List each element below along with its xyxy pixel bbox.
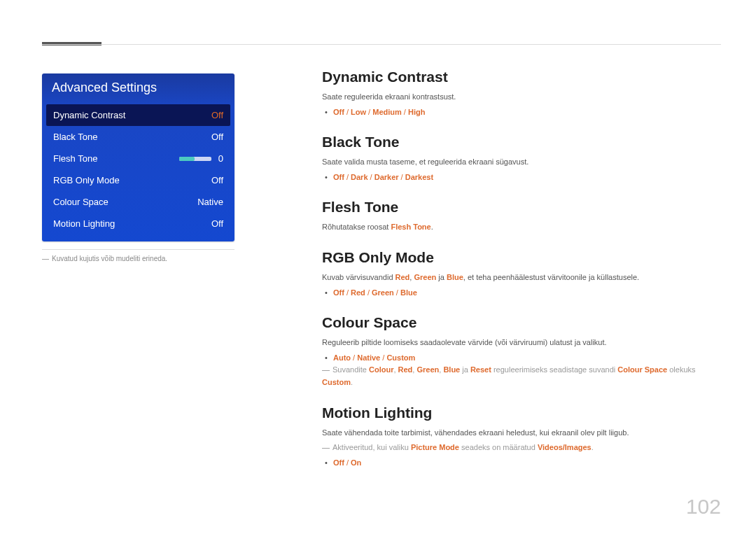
options-colour-space: Auto / Native / Custom — [322, 352, 721, 365]
cs-n4: . — [351, 378, 353, 386]
menu-item-value: Off — [211, 218, 223, 229]
note-dash-icon: ― — [322, 365, 330, 374]
rgb-suffix: , et teha peenhäälestust värvitoonile ja… — [463, 273, 639, 281]
menu-item-label: Colour Space — [53, 197, 197, 207]
cs-n3: olekuks — [667, 365, 695, 374]
section-black-tone: Black Tone Saate valida musta taseme, et… — [322, 134, 721, 183]
header-rule — [42, 44, 721, 45]
menu-item-label: RGB Only Mode — [53, 175, 211, 185]
ml-n1: Aktiveeritud, kui valiku — [332, 443, 411, 451]
menu-item-label: Dynamic Contrast — [53, 110, 211, 120]
menu-item-value: Off — [211, 132, 223, 142]
menu-item-label: Motion Lighting — [53, 218, 211, 229]
heading-motion-lighting: Motion Lighting — [322, 405, 721, 421]
rgb-blue: Blue — [447, 273, 463, 281]
section-rgb-only: RGB Only Mode Kuvab värvisuvandid Red, G… — [322, 249, 721, 299]
cs-n1: Suvandite — [332, 365, 369, 374]
menu-item-value: Off — [211, 175, 223, 185]
desc-motion-lighting: Saate vähendada toite tarbimist, vähenda… — [322, 427, 721, 440]
ml-pm: Picture Mode — [411, 443, 459, 451]
rgb-prefix: Kuvab värvisuvandid — [322, 273, 396, 281]
menu-item-dynamic-contrast[interactable]: Dynamic ContrastOff — [46, 104, 230, 126]
heading-flesh-tone: Flesh Tone — [322, 199, 721, 216]
panel-title: Advanced Settings — [42, 73, 234, 102]
menu-item-motion-lighting[interactable]: Motion LightingOff — [46, 213, 230, 234]
cs-green: Green — [416, 365, 439, 374]
cs-blue: Blue — [443, 365, 460, 374]
options-rgb-only: Off / Red / Green / Blue — [322, 287, 721, 300]
rgb-ja: ja — [436, 273, 447, 281]
cs-ja: ja — [460, 365, 470, 374]
note-motion-lighting: ―Aktiveeritud, kui valiku Picture Mode s… — [322, 442, 721, 454]
flesh-tone-prefix: Rõhutatakse roosat — [322, 223, 391, 231]
note-dash-icon: ― — [42, 255, 49, 262]
menu-item-value: Native — [197, 197, 223, 207]
menu-item-label: Black Tone — [53, 132, 211, 142]
disclaimer-text: Kuvatud kujutis võib mudeliti erineda. — [52, 255, 167, 262]
options-black-tone: Off / Dark / Darker / Darkest — [322, 171, 721, 184]
advanced-settings-panel: Advanced Settings Dynamic ContrastOffBla… — [42, 73, 234, 241]
options-motion-lighting: Off / On — [322, 457, 721, 470]
desc-dynamic-contrast: Saate reguleerida ekraani kontrastsust. — [322, 91, 721, 104]
menu-item-rgb-only-mode[interactable]: RGB Only ModeOff — [46, 169, 230, 191]
flesh-tone-suffix: . — [431, 223, 433, 231]
ml-vi: Videos/Images — [538, 443, 592, 451]
desc-rgb-only: Kuvab värvisuvandid Red, Green ja Blue, … — [322, 272, 721, 284]
cs-reset: Reset — [470, 365, 491, 374]
note-colour-space: ―Suvandite Colour, Red, Green, Blue ja R… — [322, 364, 721, 388]
menu-item-value: Off — [211, 110, 223, 120]
menu-item-label: Flesh Tone — [53, 153, 179, 164]
rgb-green: Green — [414, 273, 436, 281]
cs-cs: Colour Space — [617, 365, 667, 374]
cs-custom: Custom — [322, 378, 351, 386]
menu-item-flesh-tone[interactable]: Flesh Tone0 — [46, 148, 230, 169]
ml-n3: . — [592, 443, 594, 451]
left-note-rule — [42, 249, 234, 250]
heading-black-tone: Black Tone — [322, 134, 721, 150]
menu-item-black-tone[interactable]: Black ToneOff — [46, 126, 230, 148]
desc-colour-space: Reguleerib piltide loomiseks saadaolevat… — [322, 337, 721, 349]
ml-n2: seadeks on määratud — [459, 443, 538, 451]
page-number: 102 — [686, 495, 721, 519]
cs-red: Red — [398, 365, 413, 374]
options-dynamic-contrast: Off / Low / Medium / High — [322, 106, 721, 119]
section-motion-lighting: Motion Lighting Saate vähendada toite ta… — [322, 405, 721, 470]
heading-dynamic-contrast: Dynamic Contrast — [322, 69, 721, 85]
cs-n2: reguleerimiseks seadistage suvandi — [491, 365, 617, 374]
desc-flesh-tone: Rõhutatakse roosat Flesh Tone. — [322, 221, 721, 234]
rgb-red: Red — [396, 273, 410, 281]
content-column: Dynamic Contrast Saate reguleerida ekraa… — [322, 69, 721, 484]
slider-track[interactable] — [179, 157, 211, 161]
menu-item-colour-space[interactable]: Colour SpaceNative — [46, 191, 230, 213]
flesh-tone-hl: Flesh Tone — [391, 223, 430, 231]
model-disclaimer: ―Kuvatud kujutis võib mudeliti erineda. — [42, 255, 234, 262]
section-dynamic-contrast: Dynamic Contrast Saate reguleerida ekraa… — [322, 69, 721, 118]
desc-black-tone: Saate valida musta taseme, et reguleerid… — [322, 156, 721, 169]
section-colour-space: Colour Space Reguleerib piltide loomisek… — [322, 314, 721, 388]
heading-rgb-only: RGB Only Mode — [322, 249, 721, 266]
heading-colour-space: Colour Space — [322, 314, 721, 331]
menu-item-value: 0 — [218, 153, 223, 164]
section-flesh-tone: Flesh Tone Rõhutatakse roosat Flesh Tone… — [322, 199, 721, 234]
note-dash-icon: ― — [322, 443, 330, 451]
panel-rows: Dynamic ContrastOffBlack ToneOffFlesh To… — [42, 102, 234, 241]
cs-colour: Colour — [369, 365, 393, 374]
